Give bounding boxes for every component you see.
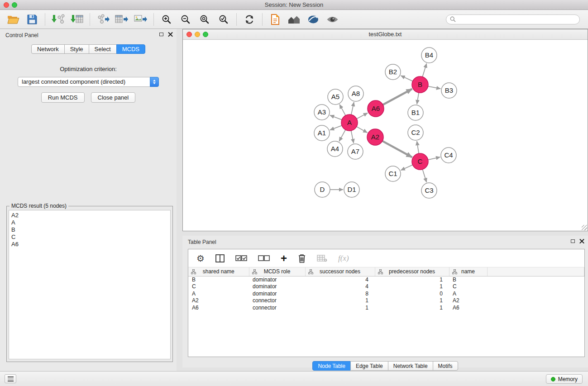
column-header-MCDS-role[interactable]: MCDS role xyxy=(249,267,305,276)
table-settings-gear-icon[interactable]: ⚙ xyxy=(196,254,205,263)
node-A3[interactable]: A3 xyxy=(314,105,330,120)
node-C2[interactable]: C2 xyxy=(408,125,423,140)
edge-A-A3[interactable] xyxy=(330,115,342,120)
node-B3[interactable]: B3 xyxy=(441,83,457,98)
houses-icon[interactable] xyxy=(285,12,304,27)
node-B2[interactable]: B2 xyxy=(385,64,401,80)
minimize-network-window-icon[interactable] xyxy=(195,32,200,37)
close-table-panel-icon[interactable] xyxy=(579,238,584,243)
network-canvas[interactable]: B4B2BB3A5A8A6B1A3AC2A1A2A4A7C4CC1C3DD1 xyxy=(183,40,588,230)
node-C[interactable]: C xyxy=(412,153,428,170)
column-header-shared-name[interactable]: shared name xyxy=(188,267,249,276)
criterion-dropdown[interactable]: largest connected component (directed) xyxy=(18,77,159,87)
edge-A6-B[interactable] xyxy=(383,89,412,105)
table-row[interactable]: Cdominator41C xyxy=(188,283,584,291)
edge-A-A7[interactable] xyxy=(351,131,354,143)
edge-C-C4[interactable] xyxy=(428,157,440,160)
delete-row-icon[interactable] xyxy=(298,253,306,263)
zoom-network-window-icon[interactable] xyxy=(203,32,208,37)
edge-A-A5[interactable] xyxy=(339,105,345,115)
edge-B-B1[interactable] xyxy=(417,93,419,104)
close-panel-button[interactable]: Close panel xyxy=(91,92,136,103)
mcds-result-item[interactable]: A2 xyxy=(11,212,168,219)
edge-A-A4[interactable] xyxy=(339,130,345,142)
node-A1[interactable]: A1 xyxy=(314,125,330,141)
mcds-result-item[interactable]: A6 xyxy=(11,241,168,248)
node-C3[interactable]: C3 xyxy=(421,183,437,198)
tab-mcds[interactable]: MCDS xyxy=(116,44,145,54)
memory-button[interactable]: Memory xyxy=(546,374,583,384)
edge-B-B2[interactable] xyxy=(401,76,412,81)
split-panel-icon[interactable] xyxy=(215,254,225,262)
node-B1[interactable]: B1 xyxy=(408,105,423,120)
mcds-result-item[interactable]: B xyxy=(11,226,168,234)
edge-A-A1[interactable] xyxy=(330,125,342,130)
open-file-icon[interactable] xyxy=(4,12,23,27)
close-network-window-icon[interactable] xyxy=(186,32,192,37)
zoom-in-icon[interactable] xyxy=(157,12,176,27)
node-A8[interactable]: A8 xyxy=(348,86,363,101)
show-panel-list-button[interactable] xyxy=(5,374,16,383)
zoom-selected-icon[interactable] xyxy=(214,12,233,27)
deselect-all-icon[interactable] xyxy=(258,255,270,262)
node-A[interactable]: A xyxy=(341,114,358,131)
resize-grip-icon[interactable] xyxy=(582,225,587,230)
tab-select[interactable]: Select xyxy=(89,44,117,54)
node-A5[interactable]: A5 xyxy=(328,89,343,105)
table-row[interactable]: A6connector11A6 xyxy=(188,305,584,312)
edge-C-C2[interactable] xyxy=(417,141,419,153)
delete-table-icon[interactable] xyxy=(317,255,327,262)
table-tab-edge-table[interactable]: Edge Table xyxy=(350,361,388,371)
node-D1[interactable]: D1 xyxy=(344,182,359,197)
export-image-icon[interactable] xyxy=(131,12,150,27)
mcds-result-item[interactable]: A xyxy=(11,219,168,226)
close-panel-icon[interactable] xyxy=(168,32,173,37)
edge-B-B3[interactable] xyxy=(428,86,441,89)
function-builder-icon[interactable]: f(x) xyxy=(338,254,349,263)
search-input[interactable] xyxy=(458,16,576,23)
edge-A2-C[interactable] xyxy=(382,141,412,157)
node-B4[interactable]: B4 xyxy=(421,48,437,63)
select-all-icon[interactable] xyxy=(235,255,247,262)
import-network-file-icon[interactable] xyxy=(48,12,67,27)
edge-A-A6[interactable] xyxy=(357,113,368,119)
edge-A-A8[interactable] xyxy=(351,102,354,115)
export-network-icon[interactable] xyxy=(93,12,112,27)
export-table-icon[interactable] xyxy=(112,12,131,27)
add-row-icon[interactable]: + xyxy=(281,253,287,264)
table-row[interactable]: Bdominator41B xyxy=(188,276,584,283)
table-tab-network-table[interactable]: Network Table xyxy=(388,361,433,371)
node-D[interactable]: D xyxy=(315,182,330,197)
edge-B-B4[interactable] xyxy=(422,63,426,77)
network-window-titlebar[interactable]: testGlobe.txt xyxy=(183,29,588,40)
edge-C-C3[interactable] xyxy=(422,169,426,182)
mcds-result-item[interactable]: C xyxy=(11,234,168,241)
close-window-icon[interactable] xyxy=(4,2,9,8)
float-panel-icon[interactable] xyxy=(159,33,163,36)
analyzer-icon[interactable] xyxy=(304,12,323,27)
node-A7[interactable]: A7 xyxy=(348,144,363,159)
table-row[interactable]: Adominator80A xyxy=(188,291,584,298)
tab-style[interactable]: Style xyxy=(64,44,89,54)
node-A4[interactable]: A4 xyxy=(327,141,343,157)
table-row[interactable]: A2connector11A2 xyxy=(188,297,584,305)
float-table-panel-icon[interactable] xyxy=(571,239,575,243)
node-C4[interactable]: C4 xyxy=(441,148,456,163)
node-C1[interactable]: C1 xyxy=(385,166,401,181)
table-tab-node-table[interactable]: Node Table xyxy=(312,361,351,371)
tab-network[interactable]: Network xyxy=(31,44,65,54)
zoom-out-icon[interactable] xyxy=(176,12,195,27)
zoom-fit-icon[interactable] xyxy=(195,12,214,27)
edge-A-A2[interactable] xyxy=(357,127,368,133)
zoom-window-icon[interactable] xyxy=(12,2,17,8)
save-session-icon[interactable] xyxy=(23,12,42,27)
edge-C-C1[interactable] xyxy=(401,165,412,170)
column-header-predecessor-nodes[interactable]: predecessor nodes xyxy=(375,267,449,276)
node-A6[interactable]: A6 xyxy=(368,100,384,117)
column-header-name[interactable]: name xyxy=(449,267,487,276)
node-A2[interactable]: A2 xyxy=(367,129,383,145)
run-mcds-button[interactable]: Run MCDS xyxy=(41,92,85,103)
refresh-icon[interactable] xyxy=(240,12,259,27)
column-header-successor-nodes[interactable]: successor nodes xyxy=(305,267,375,276)
document-export-icon[interactable] xyxy=(266,12,285,27)
